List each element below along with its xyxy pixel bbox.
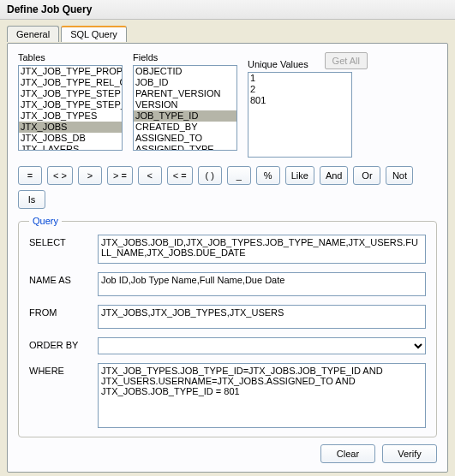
order-by-select[interactable]	[98, 337, 426, 354]
op-underscore-button[interactable]: _	[227, 166, 251, 185]
query-group: Query SELECT NAME AS FROM ORDER BY WHERE	[18, 216, 437, 437]
tables-listbox[interactable]: JTX_JOB_TYPE_PROPEJTX_JOB_TYPE_REL_CLJTX…	[18, 65, 123, 151]
op-and-button[interactable]: And	[320, 166, 349, 185]
tab-general[interactable]: General	[7, 26, 59, 42]
fields-listbox[interactable]: OBJECTIDJOB_IDPARENT_VERSIONVERSIONJOB_T…	[133, 65, 237, 151]
select-field[interactable]	[98, 235, 426, 264]
tab-sql-query[interactable]: SQL Query	[61, 26, 127, 42]
list-item[interactable]: VERSION	[134, 99, 236, 110]
op-not-button[interactable]: Not	[386, 166, 413, 185]
name-as-label: NAME AS	[29, 272, 98, 285]
unique-values-label: Unique Values	[248, 59, 308, 69]
verify-button[interactable]: Verify	[382, 444, 437, 463]
get-all-button: Get All	[325, 52, 368, 69]
list-item[interactable]: 801	[248, 95, 351, 106]
op-less-equal-button[interactable]: < =	[167, 166, 193, 185]
list-item[interactable]: JOB_TYPE_ID	[134, 110, 236, 122]
op-greater-button[interactable]: >	[78, 166, 102, 185]
from-field[interactable]	[98, 305, 426, 329]
name-as-field[interactable]	[98, 272, 426, 296]
list-item[interactable]: JTX_JOB_TYPE_PROPE	[19, 66, 122, 77]
tab-bar: General SQL Query	[7, 25, 448, 41]
list-item[interactable]: ASSIGNED_TYPE	[134, 144, 236, 151]
list-item[interactable]: CREATED_BY	[134, 122, 236, 133]
op-percent-button[interactable]: %	[256, 166, 280, 185]
clear-button[interactable]: Clear	[320, 444, 375, 463]
list-item[interactable]: JTX_JOBS	[19, 122, 122, 133]
op-not-equals-button[interactable]: < >	[47, 166, 73, 185]
op-parentheses-button[interactable]: ( )	[198, 166, 222, 185]
list-item[interactable]: JTX_JOB_TYPE_STEP	[19, 88, 122, 99]
where-label: WHERE	[29, 363, 98, 376]
where-field[interactable]	[98, 363, 426, 428]
list-item[interactable]: 1	[248, 73, 351, 84]
list-item[interactable]: JTX_JOB_TYPES	[19, 110, 122, 122]
list-item[interactable]: JTX_JOB_TYPE_STEP_X	[19, 99, 122, 110]
list-item[interactable]: PARENT_VERSION	[134, 88, 236, 99]
op-equals-button[interactable]: =	[18, 166, 42, 185]
op-is-button[interactable]: Is	[18, 190, 45, 209]
query-legend: Query	[29, 216, 62, 226]
from-label: FROM	[29, 305, 98, 318]
op-like-button[interactable]: Like	[285, 166, 314, 185]
list-item[interactable]: 2	[248, 84, 351, 95]
op-or-button[interactable]: Or	[353, 166, 380, 185]
op-greater-equal-button[interactable]: > =	[107, 166, 133, 185]
list-item[interactable]: ASSIGNED_TO	[134, 133, 236, 144]
fields-label: Fields	[133, 52, 237, 62]
order-by-label: ORDER BY	[29, 337, 98, 350]
list-item[interactable]: JTX_JOB_TYPE_REL_CL	[19, 77, 122, 88]
list-item[interactable]: JTX_JOBS_DB	[19, 133, 122, 144]
window-title: Define Job Query	[0, 0, 455, 20]
select-label: SELECT	[29, 235, 98, 247]
operator-row: = < > > > = < < = ( ) _ % Like And Or No…	[18, 166, 437, 209]
tables-label: Tables	[18, 52, 123, 62]
list-item[interactable]: JOB_ID	[134, 77, 236, 88]
list-item[interactable]: OBJECTID	[134, 66, 236, 77]
list-item[interactable]: JTX_LAYERS	[19, 144, 122, 151]
op-less-button[interactable]: <	[138, 166, 162, 185]
unique-values-listbox[interactable]: 12801	[248, 72, 352, 158]
sql-query-panel: Tables JTX_JOB_TYPE_PROPEJTX_JOB_TYPE_RE…	[7, 43, 448, 473]
